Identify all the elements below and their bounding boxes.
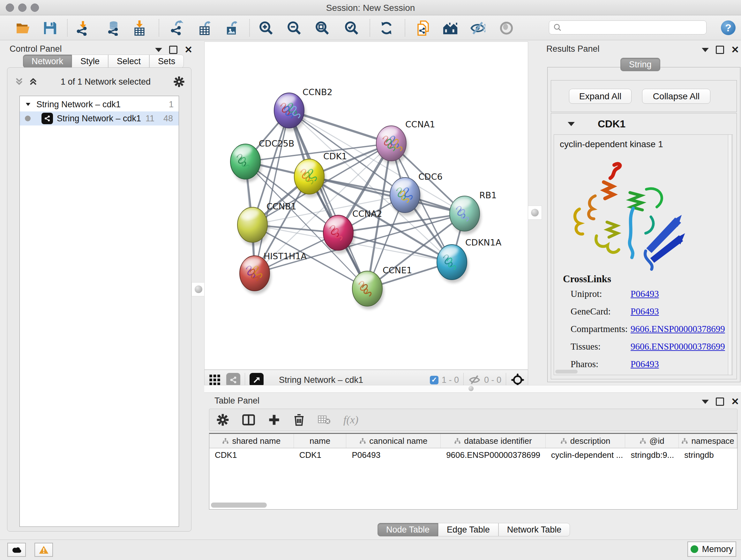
collapse-all-button[interactable]: Collapse All — [642, 89, 711, 104]
search-input[interactable] — [562, 22, 706, 33]
zoom-selected-button[interactable] — [343, 20, 360, 37]
network-canvas[interactable]: CCNB2CCNA1CDC25BCDK1CDC6RB1CCNB1CCNA2CDK… — [204, 42, 528, 370]
network-node-ccnb2[interactable]: CCNB2 — [274, 87, 333, 131]
column-header-namespace[interactable]: namespace — [679, 434, 737, 448]
expand-all-button[interactable]: Expand All — [569, 89, 631, 104]
collapse-all-icon[interactable] — [14, 77, 24, 86]
crosslink-link[interactable]: P06493 — [630, 289, 659, 299]
copy-network-button[interactable] — [415, 20, 431, 37]
search-field[interactable] — [549, 20, 706, 35]
results-vscroll-track[interactable] — [728, 135, 732, 375]
network-list-header: 1 of 1 Network selected — [7, 68, 191, 96]
open-session-button[interactable] — [15, 20, 31, 37]
right-splitter-handle[interactable] — [528, 206, 542, 220]
crosslink-link[interactable]: P06493 — [630, 306, 659, 317]
export-network-button[interactable] — [169, 20, 185, 37]
collection-label: String Network – cdk1 — [37, 100, 121, 110]
node-label: CDK1 — [323, 151, 347, 161]
column-header-description[interactable]: description — [546, 434, 625, 448]
network-graph[interactable]: CCNB2CCNA1CDC25BCDK1CDC6RB1CCNB1CCNA2CDK… — [205, 42, 528, 369]
show-hidden-button-disabled — [498, 20, 515, 37]
import-network-file-button[interactable] — [75, 20, 91, 37]
horizontal-splitter-handle[interactable] — [468, 386, 474, 391]
left-splitter-handle[interactable] — [192, 282, 205, 296]
tab-style[interactable]: Style — [72, 55, 108, 68]
network-node-ccne1[interactable]: CCNE1 — [352, 265, 412, 309]
export-image-button[interactable] — [224, 20, 240, 37]
column-header-shared-name[interactable]: shared name — [209, 434, 294, 448]
section-expander-icon[interactable] — [568, 122, 575, 126]
network-list-panel: 1 of 1 Network selected String Network –… — [7, 67, 192, 532]
panel-float-icon[interactable] — [716, 397, 724, 406]
cloud-status-button[interactable] — [7, 543, 26, 557]
tab-edge-table[interactable]: Edge Table — [438, 523, 498, 537]
tab-network-table[interactable]: Network Table — [498, 523, 570, 537]
hidden-eye-icon[interactable] — [468, 374, 481, 386]
network-node-cdkn1a[interactable]: CDKN1A — [437, 238, 502, 283]
panel-menu-icon[interactable] — [702, 400, 709, 404]
network-collection-row[interactable]: String Network – cdk1 1 — [20, 98, 179, 111]
crosslink-link[interactable]: 9606.ENSP00000378699 — [630, 341, 725, 352]
crosslink-row: Uniprot:P06493 — [570, 289, 659, 299]
tab-select[interactable]: Select — [108, 55, 149, 68]
grid-view-icon[interactable] — [208, 374, 221, 386]
cdk1-section-header[interactable]: CDK1 — [551, 113, 737, 134]
collection-expander-icon[interactable] — [24, 101, 32, 108]
column-header-name[interactable]: name — [294, 434, 347, 448]
panel-close-icon[interactable]: ✕ — [731, 398, 739, 405]
network-node-hist1h1a[interactable]: HIST1H1A — [240, 251, 307, 294]
tab-network[interactable]: Network — [23, 55, 72, 68]
table-row[interactable]: CDK1CDK1P064939606.ENSP00000378699cyclin… — [209, 448, 737, 462]
crosslinks-title: CrossLinks — [563, 273, 611, 285]
table-cell: CDK1 — [294, 448, 347, 462]
crosslink-link[interactable]: 9606.ENSP00000378699 — [630, 324, 725, 334]
panel-close-icon[interactable]: ✕ — [185, 47, 192, 53]
node-label: HIST1H1A — [264, 251, 307, 261]
node-label: CDC6 — [418, 172, 443, 182]
show-all-networks-button[interactable] — [442, 20, 459, 37]
results-tab-string[interactable]: String — [620, 58, 660, 71]
network-node-cdc6[interactable]: CDC6 — [390, 172, 443, 216]
zoom-in-button[interactable] — [258, 20, 274, 37]
panel-float-icon[interactable] — [169, 46, 178, 54]
export-table-button[interactable] — [197, 20, 213, 37]
panel-menu-icon[interactable] — [702, 48, 709, 52]
table-hscroll-thumb[interactable] — [211, 503, 267, 508]
column-header-canonical-name[interactable]: canonical name — [346, 434, 441, 448]
import-network-database-button[interactable] — [105, 20, 122, 37]
network-node-ccnb1[interactable]: CCNB1 — [238, 201, 296, 246]
results-panel-controls: ✕ — [702, 46, 739, 54]
column-header--id[interactable]: @id — [625, 434, 679, 448]
save-session-button[interactable] — [42, 20, 58, 37]
tab-node-table[interactable]: Node Table — [378, 523, 438, 537]
panel-float-icon[interactable] — [716, 46, 724, 54]
results-hscroll-thumb[interactable] — [555, 370, 578, 374]
selected-checkbox-icon[interactable]: ✓ — [430, 376, 439, 384]
network-selection-status: 1 of 1 Network selected — [38, 77, 173, 87]
tab-sets[interactable]: Sets — [149, 55, 184, 68]
table-options-gear-icon[interactable] — [216, 414, 229, 426]
memory-button[interactable]: Memory — [687, 542, 736, 557]
create-column-icon[interactable] — [268, 414, 280, 426]
apply-layout-button[interactable] — [378, 20, 395, 37]
show-columns-icon[interactable] — [242, 414, 255, 426]
import-table-file-button[interactable] — [131, 20, 148, 37]
panel-close-icon[interactable]: ✕ — [731, 47, 739, 53]
network-row-selected[interactable]: String Network – cdk1 11 48 — [20, 111, 179, 125]
zoom-fit-button[interactable] — [314, 20, 331, 37]
shared-column-icon — [454, 438, 461, 444]
network-node-cdc25b[interactable]: CDC25B — [230, 138, 294, 182]
expand-all-icon[interactable] — [28, 77, 38, 86]
column-header-database-identifier[interactable]: database identifier — [441, 434, 546, 448]
network-edge[interactable] — [289, 111, 367, 289]
zoom-out-button[interactable] — [286, 20, 302, 37]
help-button[interactable]: ? — [721, 20, 736, 35]
delete-column-icon[interactable] — [293, 414, 305, 426]
panel-menu-icon[interactable] — [155, 48, 162, 52]
warning-status-button[interactable] — [35, 543, 53, 557]
network-options-gear-icon[interactable] — [173, 76, 185, 87]
network-node-rb1[interactable]: RB1 — [450, 190, 496, 234]
crosslink-link[interactable]: P06493 — [630, 359, 659, 369]
shared-column-icon — [222, 438, 229, 444]
hide-selected-button[interactable] — [469, 20, 486, 37]
